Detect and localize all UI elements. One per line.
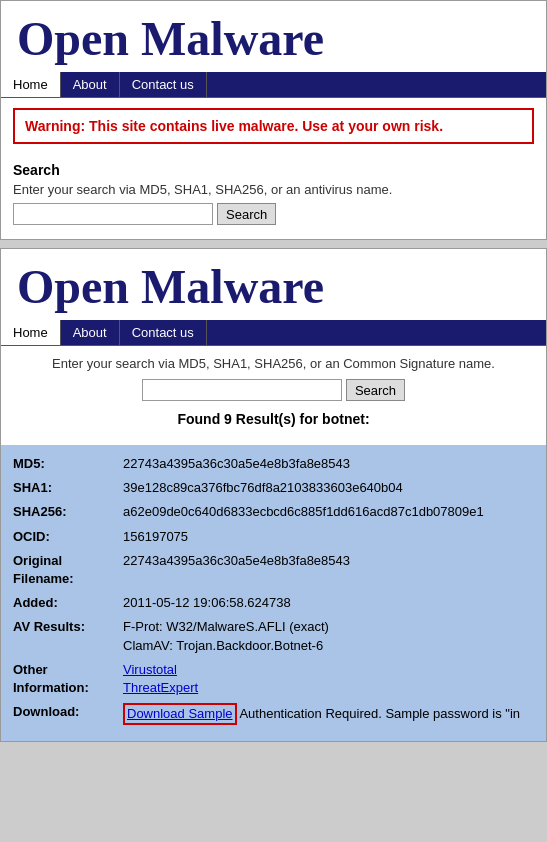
bottom-nav-about[interactable]: About [61,320,120,345]
bottom-nav-home[interactable]: Home [1,320,61,345]
av-results-row: AV Results: F-Prot: W32/MalwareS.AFLI (e… [13,618,534,654]
bottom-section: Open Malware Home About Contact us Enter… [0,248,547,742]
original-filename-row: OriginalFilename: 22743a4395a36c30a5e4e8… [13,552,534,588]
other-info-row: OtherInformation: Virustotal ThreatExper… [13,661,534,697]
bottom-nav-bar: Home About Contact us [1,320,546,346]
download-sample-link[interactable]: Download Sample [123,703,237,725]
ocid-val: 156197075 [123,528,188,546]
other-info-key: OtherInformation: [13,661,123,697]
top-nav-bar: Home About Contact us [1,72,546,98]
bottom-nav-contact[interactable]: Contact us [120,320,207,345]
bottom-site-title: Open Malware [1,249,546,320]
top-search-section: Search Enter your search via MD5, SHA1, … [1,154,546,239]
md5-key: MD5: [13,455,123,473]
sha256-val: a62e09de0c640d6833ecbcd6c885f1dd616acd87… [123,503,484,521]
results-count: Found 9 Result(s) for botnet: [13,411,534,427]
bottom-search-input[interactable] [142,379,342,401]
virustotal-link[interactable]: Virustotal [123,661,198,679]
added-key: Added: [13,594,123,612]
av-line1: F-Prot: W32/MalwareS.AFLI (exact) [123,618,329,636]
top-nav-about[interactable]: About [61,72,120,97]
top-search-description: Enter your search via MD5, SHA1, SHA256,… [13,182,534,197]
ocid-key: OCID: [13,528,123,546]
av-results-val: F-Prot: W32/MalwareS.AFLI (exact) ClamAV… [123,618,329,654]
sha1-row: SHA1: 39e128c89ca376fbc76df8a2103833603e… [13,479,534,497]
top-search-label: Search [13,162,534,178]
auth-note: Authentication Required. Sample password… [239,706,520,721]
sha256-row: SHA256: a62e09de0c640d6833ecbcd6c885f1dd… [13,503,534,521]
results-area: Enter your search via MD5, SHA1, SHA256,… [1,346,546,441]
bottom-search-description: Enter your search via MD5, SHA1, SHA256,… [13,356,534,371]
av-line2: ClamAV: Trojan.Backdoor.Botnet-6 [123,637,329,655]
sha1-val: 39e128c89ca376fbc76df8a2103833603e640b04 [123,479,403,497]
top-nav-home[interactable]: Home [1,72,61,97]
top-site-title: Open Malware [1,1,546,72]
md5-val: 22743a4395a36c30a5e4e8b3fa8e8543 [123,455,350,473]
top-search-input[interactable] [13,203,213,225]
md5-row: MD5: 22743a4395a36c30a5e4e8b3fa8e8543 [13,455,534,473]
sha1-key: SHA1: [13,479,123,497]
ocid-row: OCID: 156197075 [13,528,534,546]
warning-box: Warning: This site contains live malware… [13,108,534,144]
download-row: Download: Download Sample Authentication… [13,703,534,725]
added-val: 2011-05-12 19:06:58.624738 [123,594,291,612]
top-search-row: Search [13,203,534,225]
threatexpert-link[interactable]: ThreatExpert [123,679,198,697]
av-results-key: AV Results: [13,618,123,654]
top-nav-contact[interactable]: Contact us [120,72,207,97]
top-section: Open Malware Home About Contact us Warni… [0,0,547,240]
added-row: Added: 2011-05-12 19:06:58.624738 [13,594,534,612]
other-info-val: Virustotal ThreatExpert [123,661,198,697]
top-search-button[interactable]: Search [217,203,276,225]
bottom-search-button[interactable]: Search [346,379,405,401]
result-card: MD5: 22743a4395a36c30a5e4e8b3fa8e8543 SH… [1,445,546,741]
original-filename-val: 22743a4395a36c30a5e4e8b3fa8e8543 [123,552,350,588]
sha256-key: SHA256: [13,503,123,521]
download-val: Download Sample Authentication Required.… [123,703,520,725]
original-filename-key: OriginalFilename: [13,552,123,588]
download-key: Download: [13,703,123,725]
bottom-search-row: Search [13,379,534,401]
